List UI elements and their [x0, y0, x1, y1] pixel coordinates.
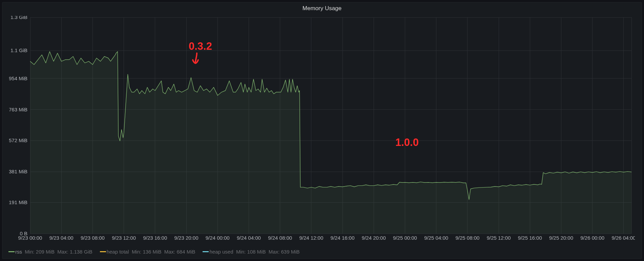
legend-item-heap-total[interactable]: heap total Min: 136 MiB Max: 684 MiB — [100, 249, 195, 255]
svg-text:9/23 20:00: 9/23 20:00 — [174, 235, 199, 241]
svg-text:572 MiB: 572 MiB — [9, 137, 27, 143]
svg-text:9/23 04:00: 9/23 04:00 — [49, 235, 74, 241]
svg-text:954 MiB: 954 MiB — [9, 75, 27, 81]
chart-svg[interactable]: 0 B191 MiB381 MiB572 MiB763 MiB954 MiB1.… — [9, 16, 635, 242]
legend-swatch-icon — [203, 251, 209, 252]
legend-swatch-icon — [8, 251, 15, 252]
svg-text:9/24 12:00: 9/24 12:00 — [299, 235, 323, 241]
svg-text:9/24 20:00: 9/24 20:00 — [362, 235, 386, 241]
svg-text:381 MiB: 381 MiB — [9, 169, 27, 174]
legend-swatch-icon — [100, 251, 106, 252]
svg-text:9/23 16:00: 9/23 16:00 — [143, 235, 167, 241]
svg-text:9/24 04:00: 9/24 04:00 — [237, 235, 261, 241]
chart-panel: Memory Usage 0 B191 MiB381 MiB572 MiB763… — [2, 2, 642, 259]
svg-text:9/23 12:00: 9/23 12:00 — [112, 235, 136, 241]
svg-text:9/26 04:00: 9/26 04:00 — [611, 235, 635, 241]
panel-title: Memory Usage — [2, 2, 642, 12]
legend-series-name: rss — [15, 249, 22, 255]
svg-text:9/25 04:00: 9/25 04:00 — [424, 235, 448, 241]
svg-text:9/25 00:00: 9/25 00:00 — [393, 235, 417, 241]
legend-item-heap-used[interactable]: heap used Min: 108 MiB Max: 639 MiB — [203, 249, 299, 255]
legend-series-name: heap used — [209, 249, 233, 255]
svg-text:191 MiB: 191 MiB — [9, 199, 27, 205]
svg-text:9/25 12:00: 9/25 12:00 — [487, 235, 511, 241]
legend-item-rss[interactable]: rss Min: 209 MiB Max: 1.138 GiB — [8, 249, 92, 255]
svg-text:9/23 00:00: 9/23 00:00 — [18, 235, 42, 241]
svg-text:9/24 08:00: 9/24 08:00 — [268, 235, 292, 241]
svg-text:9/25 16:00: 9/25 16:00 — [518, 235, 542, 241]
svg-text:1.3 GiB: 1.3 GiB — [11, 16, 27, 20]
svg-text:9/25 20:00: 9/25 20:00 — [549, 235, 573, 241]
svg-text:9/24 16:00: 9/24 16:00 — [331, 235, 355, 241]
svg-text:9/25 08:00: 9/25 08:00 — [455, 235, 479, 241]
svg-text:9/26 00:00: 9/26 00:00 — [580, 235, 604, 241]
svg-text:9/24 00:00: 9/24 00:00 — [206, 235, 230, 241]
svg-text:1.1 GiB: 1.1 GiB — [11, 47, 27, 53]
legend-series-name: heap total — [107, 249, 129, 255]
svg-text:763 MiB: 763 MiB — [9, 107, 27, 112]
legend: rss Min: 209 MiB Max: 1.138 GiB heap tot… — [8, 249, 305, 255]
svg-text:9/23 08:00: 9/23 08:00 — [81, 235, 105, 241]
plot-area[interactable]: 0 B191 MiB381 MiB572 MiB763 MiB954 MiB1.… — [9, 16, 635, 242]
